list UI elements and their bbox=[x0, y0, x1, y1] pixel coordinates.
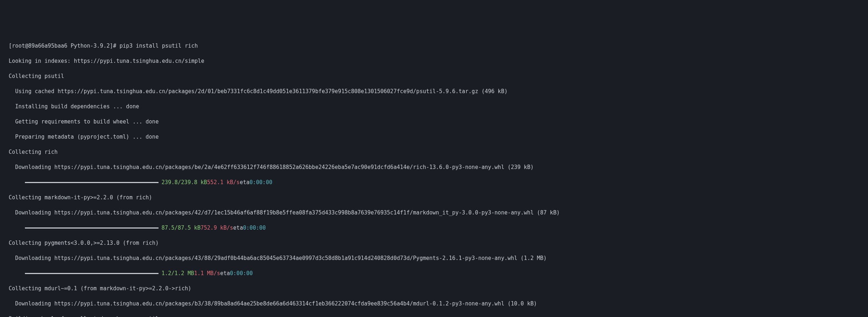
eta-time: 0:00:00 bbox=[243, 224, 266, 232]
progress-bar-fill bbox=[25, 273, 159, 274]
progress-line: 1.2/1.2 MB 1.1 MB/s eta 0:00:00 bbox=[9, 270, 859, 277]
output-line: Downloading https://pypi.tuna.tsinghua.e… bbox=[9, 300, 859, 308]
prompt-line: [root@89a66a95baa6 Python-3.9.2]# pip3 i… bbox=[9, 42, 859, 50]
indent bbox=[9, 224, 25, 232]
command-text: pip3 install psutil rich bbox=[120, 43, 198, 49]
output-line: Getting requirements to build wheel ... … bbox=[9, 118, 859, 126]
eta-label: eta bbox=[233, 224, 243, 232]
output-line: Collecting rich bbox=[9, 148, 859, 156]
progress-speed: 752.9 kB/s bbox=[201, 224, 233, 232]
eta-label: eta bbox=[220, 270, 230, 277]
progress-speed: 1.1 MB/s bbox=[194, 270, 220, 277]
output-line: Looking in indexes: https://pypi.tuna.ts… bbox=[9, 57, 859, 65]
progress-size: 87.5/87.5 kB bbox=[161, 224, 200, 232]
progress-size: 1.2/1.2 MB bbox=[161, 270, 194, 277]
progress-bar-fill bbox=[25, 227, 159, 229]
eta-label: eta bbox=[240, 179, 249, 186]
progress-bar-fill bbox=[25, 182, 159, 183]
indent bbox=[9, 270, 25, 277]
output-line: Building wheels for collected packages: … bbox=[9, 315, 859, 317]
eta-time: 0:00:00 bbox=[230, 270, 253, 277]
terminal-output[interactable]: [root@89a66a95baa6 Python-3.9.2]# pip3 i… bbox=[9, 35, 859, 317]
shell-prompt: [root@89a66a95baa6 Python-3.9.2]# bbox=[9, 43, 120, 49]
output-line: Collecting pygments<3.0.0,>=2.13.0 (from… bbox=[9, 239, 859, 247]
indent bbox=[9, 179, 25, 186]
output-line: Using cached https://pypi.tuna.tsinghua.… bbox=[9, 88, 859, 95]
output-line: Downloading https://pypi.tuna.tsinghua.e… bbox=[9, 255, 859, 262]
progress-speed: 552.1 kB/s bbox=[207, 179, 240, 186]
progress-line: 239.8/239.8 kB 552.1 kB/s eta 0:00:00 bbox=[9, 179, 859, 186]
output-line: Downloading https://pypi.tuna.tsinghua.e… bbox=[9, 164, 859, 171]
output-line: Collecting mdurl~=0.1 (from markdown-it-… bbox=[9, 285, 859, 292]
output-line: Collecting psutil bbox=[9, 73, 859, 80]
progress-size: 239.8/239.8 kB bbox=[161, 179, 207, 186]
output-line: Installing build dependencies ... done bbox=[9, 103, 859, 110]
output-line: Downloading https://pypi.tuna.tsinghua.e… bbox=[9, 209, 859, 217]
progress-line: 87.5/87.5 kB 752.9 kB/s eta 0:00:00 bbox=[9, 224, 859, 232]
output-line: Collecting markdown-it-py>=2.2.0 (from r… bbox=[9, 194, 859, 201]
output-line: Preparing metadata (pyproject.toml) ... … bbox=[9, 133, 859, 141]
eta-time: 0:00:00 bbox=[249, 179, 272, 186]
